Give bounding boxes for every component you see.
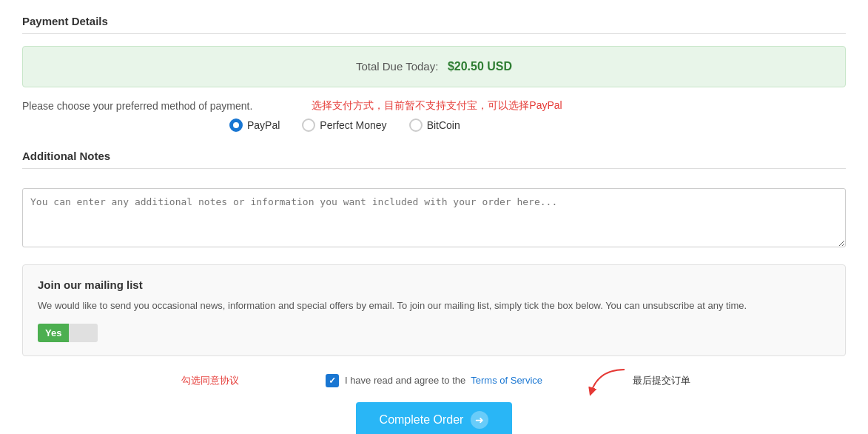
perfect-money-option[interactable]: Perfect Money bbox=[302, 118, 386, 132]
payment-details-title: Payment Details bbox=[22, 15, 846, 34]
paypal-radio[interactable] bbox=[229, 118, 243, 132]
mailing-list-text: We would like to send you occasional new… bbox=[38, 298, 830, 313]
toggle-no-button[interactable] bbox=[69, 324, 98, 342]
red-arrow-icon bbox=[584, 366, 628, 395]
perfect-money-radio[interactable] bbox=[302, 118, 315, 132]
complete-order-label: Complete Order bbox=[380, 413, 464, 427]
total-due-box: Total Due Today: $20.50 USD bbox=[22, 46, 846, 87]
agreement-notice-text: 勾选同意协议 bbox=[181, 374, 239, 387]
agreement-text: I have read and agree to the Terms of Se… bbox=[345, 375, 542, 386]
payment-details-section: Payment Details Total Due Today: $20.50 … bbox=[22, 15, 846, 132]
total-amount: $20.50 USD bbox=[448, 60, 512, 73]
complete-order-wrapper: Complete Order ➜ bbox=[356, 402, 513, 435]
bitcoin-option[interactable]: BitCoin bbox=[409, 118, 460, 132]
agreement-section: 勾选同意协议 I have read and agree to the Term… bbox=[22, 374, 846, 435]
paypal-option[interactable]: PayPal bbox=[229, 118, 280, 132]
bitcoin-label: BitCoin bbox=[427, 119, 460, 131]
last-notice-text: 最后提交订单 bbox=[633, 374, 690, 387]
agreement-checkbox[interactable] bbox=[326, 374, 339, 387]
mailing-toggle-container: Yes bbox=[38, 324, 830, 342]
toggle-yes-button[interactable]: Yes bbox=[38, 324, 69, 342]
payment-choice-label: Please choose your preferred method of p… bbox=[22, 100, 252, 112]
bitcoin-radio[interactable] bbox=[409, 118, 423, 132]
complete-order-button[interactable]: Complete Order ➜ bbox=[356, 402, 513, 435]
payment-method-group: PayPal Perfect Money BitCoin bbox=[229, 118, 846, 132]
last-notice-container: 最后提交订单 bbox=[584, 366, 690, 395]
perfect-money-label: Perfect Money bbox=[320, 119, 386, 131]
mailing-list-title: Join our mailing list bbox=[38, 278, 830, 291]
terms-of-service-link[interactable]: Terms of Service bbox=[471, 375, 542, 386]
total-label: Total Due Today: bbox=[356, 60, 438, 73]
additional-notes-textarea[interactable] bbox=[22, 188, 846, 247]
mailing-list-box: Join our mailing list We would like to s… bbox=[22, 264, 846, 356]
payment-notice: 选择支付方式，目前暂不支持支付宝，可以选择PayPal bbox=[312, 99, 562, 113]
additional-notes-title: Additional Notes bbox=[22, 150, 846, 169]
agreement-row: I have read and agree to the Terms of Se… bbox=[326, 374, 542, 387]
paypal-label: PayPal bbox=[247, 119, 280, 131]
additional-notes-section: Additional Notes bbox=[22, 150, 846, 250]
complete-order-arrow-icon: ➜ bbox=[471, 411, 488, 429]
